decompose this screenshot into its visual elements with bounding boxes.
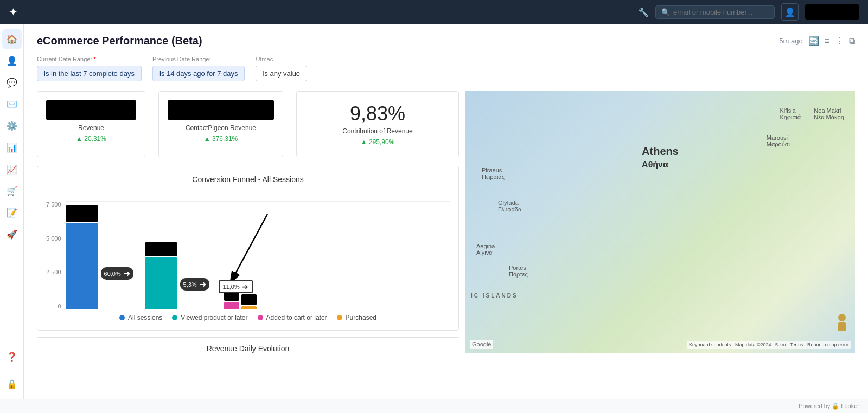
user-avatar-icon[interactable]: 👤	[781, 3, 799, 21]
map-label-glyfada: GlyfadaΓλυφάδα	[498, 199, 521, 212]
sidebar-item-home[interactable]: 🏠	[2, 29, 22, 49]
tools-icon[interactable]: 🔧	[638, 7, 649, 17]
metrics-container: Revenue ▲ 20,31% ContactPigeon Revenue ▲…	[37, 91, 459, 157]
black-bar-1	[66, 205, 98, 222]
legend-label-cart: Added to cart or later	[266, 314, 327, 321]
current-date-label: Current Date Range: *	[37, 56, 142, 62]
legend-added-to-cart: Added to cart or later	[258, 314, 327, 321]
black-bar-2	[145, 242, 177, 256]
sidebar-item-chart-bar[interactable]: 📊	[2, 138, 22, 157]
utmac-filter-group: Utmac is any value	[256, 56, 307, 81]
revenue-metric-card: Revenue ▲ 20,31%	[37, 91, 145, 157]
left-panel: Revenue ▲ 20,31% ContactPigeon Revenue ▲…	[37, 91, 465, 353]
arrow-53-text: 5,3%	[183, 281, 197, 288]
map-label-portes: PortesΠόρτες	[509, 264, 528, 278]
arrow-right-icon-2: ➜	[199, 279, 206, 289]
chart-title: Conversion Funnel - All Sessions	[46, 175, 450, 184]
arrow-11-text: 11,0%	[223, 283, 240, 290]
contribution-value: 9,83%	[350, 102, 405, 125]
map-label-piraeus: PiraeusΠειραιάς	[482, 167, 505, 180]
bar-group-1: 60,0% ➜	[66, 205, 98, 309]
orange-bar-purchased	[241, 306, 257, 309]
legend-dot-teal	[172, 315, 177, 320]
arrow-60: 60,0% ➜	[101, 267, 133, 280]
search-box[interactable]: 🔍	[655, 5, 775, 19]
contactpigeon-metric-card: ContactPigeon Revenue ▲ 376,31%	[158, 91, 283, 157]
sidebar-item-messages[interactable]: 💬	[2, 73, 22, 92]
revenue-change: ▲ 20,31%	[46, 135, 136, 143]
refresh-icon[interactable]: 🔄	[808, 36, 819, 46]
window-icon[interactable]: ⧉	[849, 36, 855, 46]
map-label-ic-islands: IC ISLANDS	[471, 293, 518, 299]
footer: Powered by 🔒 Looker	[0, 399, 868, 413]
contactpigeon-label: ContactPigeon Revenue	[168, 124, 274, 132]
arrow-label-60: 60,0% ➜	[101, 267, 133, 280]
page-title: eCommerce Performance (Beta)	[37, 35, 202, 47]
sidebar-item-settings[interactable]: ⚙️	[2, 116, 22, 135]
map-copyright: Keyboard shortcuts Map data ©2024 5 km T…	[687, 341, 851, 349]
google-logo: Google	[470, 340, 493, 349]
content-area: eCommerce Performance (Beta) 5m ago 🔄 ≡ …	[24, 24, 868, 399]
legend-label-purchased: Purchased	[346, 314, 376, 321]
arrow-right-icon-1: ➜	[123, 268, 130, 279]
sidebar-item-analytics[interactable]: 📈	[2, 159, 22, 179]
grid-line-top	[66, 201, 450, 202]
sidebar-item-ecommerce[interactable]: 🛒	[2, 181, 22, 201]
arrow-label-53: 5,3% ➜	[180, 278, 209, 291]
arrow-box-11: 11,0% ➜	[219, 280, 253, 293]
y-label-7500: 7.500	[46, 201, 61, 208]
teal-bar-viewed	[145, 257, 177, 309]
grid-line-bottom	[66, 309, 450, 309]
blue-bar-wrapper	[66, 205, 98, 309]
legend-dot-orange	[337, 315, 342, 320]
filter-icon[interactable]: ≡	[825, 36, 829, 46]
search-icon: 🔍	[661, 8, 670, 16]
header-actions: 5m ago 🔄 ≡ ⋮ ⧉	[779, 36, 855, 46]
previous-date-filter-button[interactable]: is 14 days ago for 7 days	[152, 66, 245, 81]
contactpigeon-change: ▲ 376,31%	[168, 135, 274, 143]
sidebar-item-security[interactable]: 🔒	[2, 374, 22, 393]
main-layout: 🏠 👤 💬 ✉️ ⚙️ 📊 📈 🛒 📝 🚀 ❓ 🔒 eCommerce Perf…	[0, 24, 868, 399]
user-name-block[interactable]	[805, 4, 859, 20]
sidebar-item-email[interactable]: ✉️	[2, 94, 22, 114]
street-view-icon[interactable]	[835, 314, 848, 331]
legend-dot-pink	[258, 315, 263, 320]
arrow-11: 11,0% ➜	[219, 280, 253, 293]
chart-container: 7.500 5.000 2.500 0	[46, 190, 450, 309]
contribution-label: Contribution of Revenue	[342, 127, 412, 135]
contactpigeon-value-bar	[168, 100, 274, 120]
grid-lines	[66, 201, 450, 309]
previous-date-filter-group: Previous Date Range: is 14 days ago for …	[152, 56, 245, 81]
revenue-section: Revenue Daily Evolution	[37, 337, 459, 353]
legend-all-sessions: All sessions	[119, 314, 162, 321]
filters-row: Current Date Range: * is in the last 7 c…	[37, 56, 855, 81]
map-label-nea-makri: Nea MakriΝέα Μάκρη	[814, 107, 844, 120]
arrow-53: 5,3% ➜	[180, 278, 209, 291]
last-updated-text: 5m ago	[779, 37, 802, 45]
sidebar-item-launch[interactable]: 🚀	[2, 224, 22, 244]
sidebar-item-help[interactable]: ❓	[2, 347, 22, 366]
utmac-filter-button[interactable]: is any value	[256, 66, 307, 81]
map-athens-label: AthensΑθήνα	[642, 145, 679, 170]
map-panel: KifisiaΚηφισιά Nea MakriΝέα Μάκρη Marous…	[465, 91, 855, 353]
map-label-kifisia: KifisiaΚηφισιά	[780, 107, 801, 120]
y-label-0: 0	[46, 303, 61, 309]
legend-purchased: Purchased	[337, 314, 376, 321]
sidebar-item-user[interactable]: 👤	[2, 51, 22, 70]
current-date-filter-button[interactable]: is in the last 7 complete days	[37, 66, 142, 81]
blue-bar-all-sessions	[66, 223, 98, 309]
svg-line-0	[229, 214, 267, 285]
legend-viewed-product: Viewed product or later	[172, 314, 247, 321]
revenue-label: Revenue	[46, 124, 136, 132]
more-options-icon[interactable]: ⋮	[835, 36, 844, 46]
teal-bar-wrapper	[145, 242, 177, 309]
y-label-5000: 5.000	[46, 235, 61, 242]
sidebar-item-edit[interactable]: 📝	[2, 203, 22, 222]
search-input[interactable]	[673, 8, 769, 16]
bars-container: 60,0% ➜	[66, 201, 450, 309]
map-label-marousi: MarousiΜαρούσι	[767, 134, 790, 147]
black-bar-4	[241, 294, 257, 305]
bar-group-3: 11,0% ➜	[224, 290, 257, 309]
current-date-filter-group: Current Date Range: * is in the last 7 c…	[37, 56, 142, 81]
revenue-value-bar	[46, 100, 136, 120]
